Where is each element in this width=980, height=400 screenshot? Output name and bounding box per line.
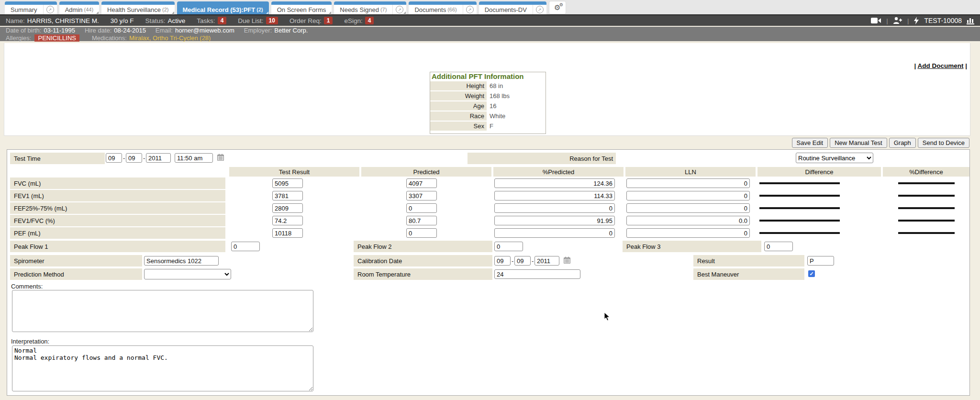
fef2575-test-result-input[interactable] <box>272 203 303 213</box>
col-header-test-result: Test Result <box>229 167 359 177</box>
tab-admin[interactable]: Admin(44) <box>59 1 99 14</box>
fev1-fvc-pct-predicted-input[interactable] <box>494 216 615 225</box>
tab-health-surveillance[interactable]: Health Surveillance(2) <box>101 1 174 14</box>
due-list-count-badge[interactable]: 10 <box>266 17 278 24</box>
new-manual-test-button[interactable]: New Manual Test <box>830 138 887 148</box>
fev1-test-result-input[interactable] <box>272 191 303 200</box>
fef2575-pct-difference-line <box>898 207 955 209</box>
additional-pft-info-panel: Additional PFT Information Height68 in W… <box>430 72 546 134</box>
test-time-day-input[interactable] <box>126 153 142 163</box>
fev1-fvc-lln-input[interactable] <box>626 216 750 225</box>
result-input[interactable] <box>807 256 834 266</box>
employer-label: Employer: <box>244 27 272 34</box>
interpretation-label: Interpretation: <box>11 338 49 345</box>
spirometer-input[interactable] <box>144 256 219 266</box>
calendar-icon[interactable] <box>217 154 224 161</box>
fvc-pct-difference-line <box>898 182 955 184</box>
tab-label: Summary <box>11 6 37 13</box>
popout-button[interactable] <box>463 5 477 14</box>
esign-count-badge[interactable]: 4 <box>365 17 374 24</box>
patient-age-sex: 30 y/o F <box>111 17 134 24</box>
calibration-day-input[interactable] <box>514 256 531 266</box>
order-req-count-badge[interactable]: 1 <box>324 17 333 24</box>
peak-flow-1-input[interactable] <box>231 242 260 251</box>
add-document-link[interactable]: Add Document <box>917 62 963 69</box>
tasks-count-badge[interactable]: 4 <box>218 17 227 24</box>
peak-flow-2-input[interactable] <box>494 242 523 251</box>
fvc-predicted-input[interactable] <box>406 178 437 188</box>
pef-predicted-input[interactable] <box>406 228 437 238</box>
best-maneuver-checkbox[interactable] <box>808 270 815 277</box>
calibration-year-input[interactable] <box>535 256 559 266</box>
room-temperature-input[interactable] <box>494 269 580 279</box>
fev1-pct-predicted-input[interactable] <box>494 191 615 200</box>
tab-label: Admin <box>65 6 83 13</box>
pef-lln-input[interactable] <box>626 228 750 238</box>
tab-settings-gear-icon[interactable] <box>549 1 566 14</box>
tab-documents-dv[interactable]: Documents-DV <box>479 1 546 14</box>
tab-on-screen-forms[interactable]: On Screen Forms <box>271 1 332 14</box>
age-value: 16 <box>487 102 496 110</box>
tab-medical-record-pft[interactable]: Medical Record (53):PFT(2) <box>177 1 269 14</box>
tab-documents[interactable]: Documents(66) <box>409 1 476 14</box>
employer-value: Better Corp. <box>274 27 308 34</box>
fev1-difference-line <box>759 195 840 197</box>
order-req-label: Order Req: <box>290 17 322 24</box>
add-person-icon[interactable] <box>893 17 902 24</box>
bar-chart-icon[interactable] <box>967 17 974 24</box>
test-time-clock-input[interactable] <box>175 153 213 163</box>
peak-flow-3-input[interactable] <box>764 242 793 251</box>
graph-button[interactable]: Graph <box>889 138 916 148</box>
test-time-year-input[interactable] <box>146 153 171 163</box>
fef2575-pct-predicted-input[interactable] <box>494 203 615 213</box>
fev1-pct-difference-line <box>898 195 955 197</box>
popout-arrow-icon <box>46 6 54 13</box>
fef2575-lln-input[interactable] <box>626 203 750 213</box>
prediction-method-select[interactable] <box>144 269 231 279</box>
row-label-pef: PEF (mL) <box>10 227 225 239</box>
fvc-test-result-input[interactable] <box>272 178 303 188</box>
medications-label: Medications: <box>92 34 127 42</box>
height-value: 68 in <box>487 82 503 89</box>
fef2575-predicted-input[interactable] <box>406 203 437 213</box>
name-label: Name: <box>6 17 25 24</box>
comments-textarea[interactable] <box>12 290 313 332</box>
reason-for-test-select[interactable]: Routine Surveillance <box>796 153 873 163</box>
fvc-pct-predicted-input[interactable] <box>494 178 615 188</box>
popout-button[interactable] <box>533 5 546 14</box>
save-edit-button[interactable]: Save Edit <box>792 138 828 148</box>
video-camera-icon[interactable] <box>871 17 881 24</box>
tab-needs-signed[interactable]: Needs Signed(7) <box>334 1 406 14</box>
tab-count: (66) <box>447 7 457 12</box>
chart-id: TEST-10008 <box>924 17 962 24</box>
esign-label: eSign: <box>344 17 362 24</box>
calibration-date-label: Calibration Date <box>354 255 492 267</box>
fev1-fvc-test-result-input[interactable] <box>272 216 303 225</box>
row-label-fef2575: FEF25%-75% (mL) <box>10 202 225 214</box>
divider <box>886 17 888 24</box>
pef-pct-predicted-input[interactable] <box>494 228 615 238</box>
email-value: horner@mieweb.com <box>175 27 234 34</box>
lightning-bolt-icon[interactable] <box>913 17 919 24</box>
calendar-icon[interactable] <box>563 256 571 264</box>
fev1-fvc-predicted-input[interactable] <box>406 216 437 225</box>
fev1-fvc-difference-line <box>759 220 840 222</box>
test-time-month-input[interactable] <box>106 153 122 163</box>
date-dash <box>143 155 145 162</box>
dob-value: 03-11-1995 <box>44 27 75 34</box>
fev1-lln-input[interactable] <box>626 191 750 200</box>
pef-test-result-input[interactable] <box>272 228 303 238</box>
calibration-month-input[interactable] <box>494 256 511 266</box>
col-header-pct-predicted: %Predicted <box>493 167 624 177</box>
send-to-device-button[interactable]: Send to Device <box>918 138 969 148</box>
submenu-fold-icon <box>172 11 174 14</box>
tab-summary[interactable]: Summary <box>5 1 57 14</box>
tab-count: (7) <box>380 7 387 12</box>
date-dash <box>512 257 513 265</box>
popout-arrow-icon <box>466 6 474 13</box>
fev1-predicted-input[interactable] <box>406 191 437 200</box>
allergy-badge: PENICILLINS <box>34 34 79 42</box>
interpretation-textarea[interactable]: Normal Normal expiratory flows and a nor… <box>12 345 313 391</box>
popout-button[interactable] <box>43 5 57 14</box>
fvc-lln-input[interactable] <box>626 178 750 188</box>
